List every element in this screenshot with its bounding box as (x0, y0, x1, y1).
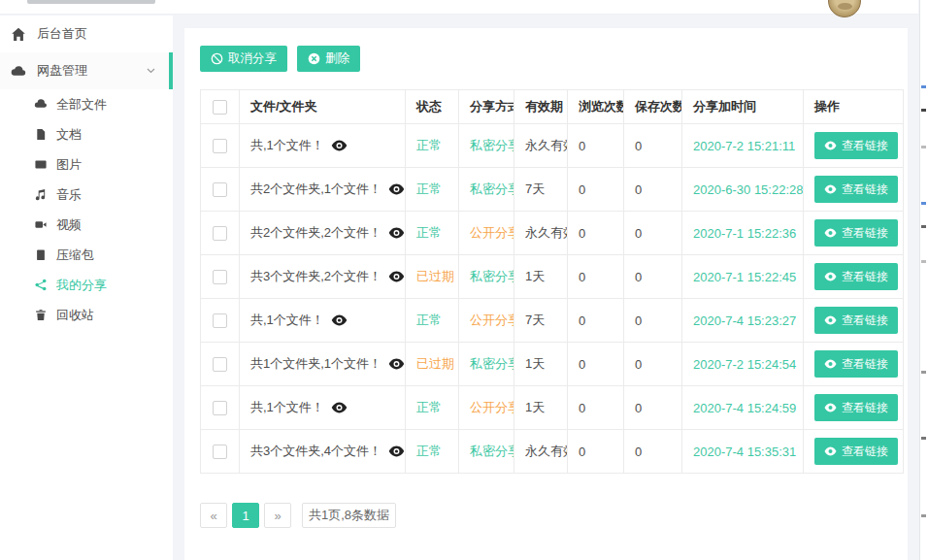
shares-card: 取消分享 删除 文件/文件夹 状态 分享方式 有效期 浏览次数 (184, 28, 908, 560)
pagination-prev-button[interactable]: « (200, 503, 227, 528)
share-time-text: 2020-6-30 15:22:28 (682, 168, 804, 212)
archive-icon (34, 248, 48, 261)
chevron-down-icon (147, 68, 155, 74)
status-text: 正常 (416, 313, 442, 327)
table-header-row: 文件/文件夹 状态 分享方式 有效期 浏览次数 保存次数 分享加时间 操作 (201, 90, 904, 124)
status-text: 已过期 (416, 356, 454, 371)
share-type-text: 公开分享 (470, 400, 514, 414)
share-type-text: 私密分享 (470, 444, 514, 458)
view-link-button[interactable]: 查看链接 (814, 176, 898, 203)
image-icon (34, 158, 48, 171)
sidebar-item-archives[interactable]: 压缩包 (0, 240, 173, 270)
pagination-page-1[interactable]: 1 (232, 503, 259, 528)
sidebar-item-documents[interactable]: 文档 (0, 119, 173, 149)
validity-text: 7天 (514, 299, 568, 343)
sidebar-item-label: 我的分享 (56, 277, 107, 294)
cancel-share-label: 取消分享 (228, 50, 277, 67)
view-link-button[interactable]: 查看链接 (814, 219, 898, 247)
share-time-text: 2020-7-4 15:24:59 (682, 386, 804, 430)
share-type-text: 私密分享 (470, 181, 514, 196)
validity-text: 7天 (514, 168, 568, 212)
row-checkbox[interactable] (213, 313, 227, 328)
clipped-logo (27, 0, 155, 4)
preview-eye-icon[interactable] (388, 445, 405, 457)
pagination-info: 共1页,8条数据 (302, 503, 396, 528)
validity-text: 永久有效 (514, 124, 568, 168)
saves-count: 0 (624, 255, 682, 299)
table-row: 共,1个文件！ 正常 私密分享 永久有效 0 0 2020-7-2 15:21:… (201, 124, 904, 168)
sidebar-item-music[interactable]: 音乐 (0, 180, 173, 210)
row-checkbox[interactable] (213, 182, 227, 197)
preview-eye-icon[interactable] (331, 402, 348, 413)
table-row: 共2个文件夹,2个文件！ 正常 公开分享 永久有效 0 0 2020-7-1 1… (201, 212, 904, 255)
cloud-icon (11, 64, 26, 79)
saves-count: 0 (624, 343, 682, 386)
view-link-label: 查看链接 (842, 400, 888, 416)
share-time-text: 2020-7-2 15:21:11 (682, 124, 804, 168)
pagination: « 1 » 共1页,8条数据 (200, 503, 892, 528)
sidebar-item-images[interactable]: 图片 (0, 149, 173, 180)
home-icon (11, 27, 26, 42)
status-text: 已过期 (416, 269, 454, 283)
file-name: 共3个文件夹,4个文件！ (250, 443, 381, 460)
share-time-text: 2020-7-4 15:23:27 (682, 299, 804, 343)
row-checkbox[interactable] (213, 139, 227, 153)
cloud-file-icon (34, 98, 48, 111)
views-count: 0 (568, 168, 624, 212)
eye-icon (824, 446, 837, 456)
share-time-text: 2020-7-1 15:22:45 (682, 255, 804, 299)
preview-eye-icon[interactable] (331, 314, 348, 326)
view-link-button[interactable]: 查看链接 (814, 263, 898, 290)
file-name: 共,1个文件！ (250, 137, 324, 154)
pagination-next-button[interactable]: » (264, 503, 291, 528)
clipped-window-edge (919, 0, 928, 560)
views-count: 0 (568, 124, 624, 168)
top-header-bar (0, 0, 918, 15)
status-text: 正常 (416, 181, 442, 196)
validity-text: 1天 (514, 386, 568, 430)
preview-eye-icon[interactable] (388, 183, 405, 195)
view-link-label: 查看链接 (842, 225, 888, 242)
status-text: 正常 (416, 444, 442, 458)
table-row: 共,1个文件！ 正常 公开分享 7天 0 0 2020-7-4 15:23:27… (201, 299, 904, 343)
select-all-checkbox[interactable] (213, 100, 227, 115)
view-link-button[interactable]: 查看链接 (814, 307, 898, 334)
sidebar-item-netdisk[interactable]: 网盘管理 (0, 52, 173, 89)
sidebar-item-label: 图片 (56, 156, 82, 174)
share-type-text: 私密分享 (470, 356, 514, 371)
share-type-text: 公开分享 (470, 313, 514, 327)
sidebar-item-recycle-bin[interactable]: 回收站 (0, 300, 173, 330)
view-link-button[interactable]: 查看链接 (814, 394, 898, 421)
share-time-text: 2020-7-4 15:35:31 (682, 430, 804, 474)
music-icon (34, 188, 48, 201)
view-link-button[interactable]: 查看链接 (814, 132, 898, 159)
table-row: 共2个文件夹,1个文件！ 正常 私密分享 7天 0 0 2020-6-30 15… (201, 168, 904, 212)
row-checkbox[interactable] (213, 401, 227, 415)
view-link-button[interactable]: 查看链接 (814, 438, 898, 465)
cancel-share-button[interactable]: 取消分享 (200, 46, 287, 72)
column-header-saves: 保存次数 (624, 90, 682, 124)
row-checkbox[interactable] (213, 270, 227, 284)
sidebar-item-label: 网盘管理 (37, 62, 87, 80)
sidebar-item-my-shares[interactable]: 我的分享 (0, 270, 173, 300)
file-name: 共,1个文件！ (250, 312, 324, 329)
view-link-label: 查看链接 (842, 181, 888, 198)
sidebar-item-all-files[interactable]: 全部文件 (0, 89, 173, 119)
main-content: 取消分享 删除 文件/文件夹 状态 分享方式 有效期 浏览次数 (173, 16, 918, 560)
preview-eye-icon[interactable] (388, 271, 405, 282)
row-checkbox[interactable] (213, 226, 227, 241)
sidebar-item-label: 压缩包 (56, 247, 94, 264)
preview-eye-icon[interactable] (388, 227, 405, 239)
share-time-text: 2020-7-2 15:24:54 (682, 343, 804, 386)
row-checkbox[interactable] (213, 445, 227, 459)
delete-button[interactable]: 删除 (297, 46, 360, 72)
sidebar-item-dashboard[interactable]: 后台首页 (0, 16, 173, 52)
view-link-button[interactable]: 查看链接 (814, 350, 898, 378)
preview-eye-icon[interactable] (331, 140, 348, 151)
share-type-text: 公开分享 (470, 225, 514, 240)
status-text: 正常 (416, 400, 442, 414)
sidebar-item-video[interactable]: 视频 (0, 210, 173, 240)
row-checkbox[interactable] (213, 357, 227, 372)
preview-eye-icon[interactable] (388, 358, 405, 370)
sidebar: 后台首页 网盘管理 全部文件 文档 图片 音乐 视频 压缩包 我的分享 回收站 (0, 16, 173, 560)
